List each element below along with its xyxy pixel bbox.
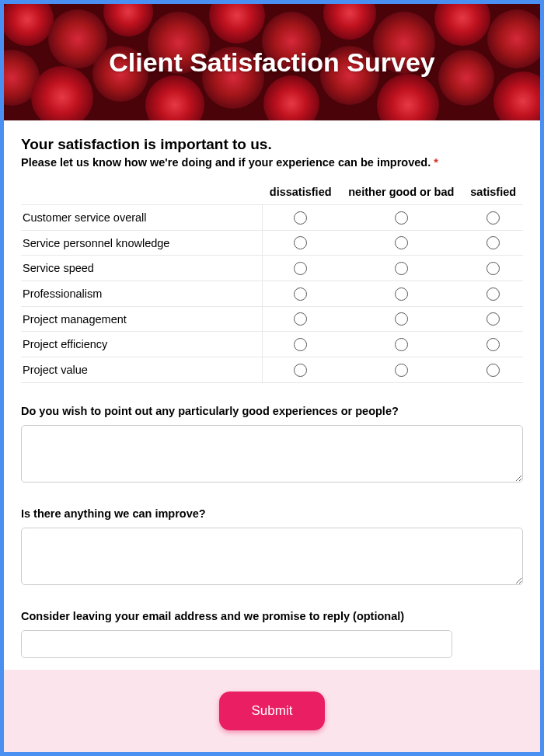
question-improve-label: Is there anything we can improve?: [21, 507, 523, 520]
matrix-row: Customer service overall: [21, 205, 523, 231]
matrix-row: Project value: [21, 357, 523, 383]
radio-button[interactable]: [294, 364, 307, 377]
radio-button[interactable]: [294, 338, 307, 351]
radio-button[interactable]: [395, 287, 408, 301]
survey-title: Client Satisfaction Survey: [109, 47, 434, 78]
matrix-cell: [463, 281, 523, 307]
radio-button[interactable]: [395, 262, 408, 275]
matrix-row-label: Project management: [21, 306, 262, 332]
matrix-cell: [262, 256, 339, 281]
question-improve: Is there anything we can improve?: [21, 507, 523, 588]
svg-point-19: [438, 50, 494, 106]
submit-button[interactable]: Submit: [219, 692, 326, 730]
matrix-cell: [262, 230, 339, 256]
radio-button[interactable]: [294, 236, 307, 249]
radio-button[interactable]: [486, 312, 500, 326]
matrix-row-label: Project value: [21, 357, 262, 383]
radio-button[interactable]: [486, 211, 500, 225]
radio-button[interactable]: [395, 236, 408, 249]
radio-button[interactable]: [486, 236, 500, 249]
matrix-cell: [463, 332, 523, 357]
matrix-cell: [262, 281, 339, 307]
matrix-row: Service speed: [21, 256, 523, 281]
matrix-cell: [463, 230, 523, 256]
radio-button[interactable]: [294, 287, 307, 301]
radio-button[interactable]: [294, 262, 307, 275]
matrix-row: Project efficiency: [21, 332, 523, 357]
matrix-row-label: Customer service overall: [21, 205, 262, 231]
matrix-cell: [339, 281, 463, 307]
radio-button[interactable]: [486, 262, 500, 275]
matrix-cell: [262, 205, 339, 231]
radio-button[interactable]: [486, 338, 500, 351]
matrix-row-label: Service speed: [21, 256, 262, 281]
matrix-cell: [463, 306, 523, 332]
radio-button[interactable]: [486, 287, 500, 301]
question-email: Consider leaving your email address and …: [21, 610, 523, 658]
radio-button[interactable]: [486, 364, 500, 377]
matrix-cell: [463, 205, 523, 231]
email-input[interactable]: [21, 630, 452, 658]
matrix-corner: [21, 179, 262, 205]
radio-button[interactable]: [294, 211, 307, 225]
matrix-cell: [339, 357, 463, 383]
matrix-col-satisfied: satisfied: [463, 179, 523, 205]
question-good-experiences: Do you wish to point out any particularl…: [21, 405, 523, 486]
matrix-cell: [339, 256, 463, 281]
rating-matrix: dissatisfied neither good or bad satisfi…: [21, 179, 523, 383]
good-experiences-textarea[interactable]: [21, 425, 523, 483]
survey-header: Client Satisfaction Survey: [4, 4, 540, 120]
matrix-col-neither: neither good or bad: [339, 179, 463, 205]
intro-heading: Your satisfaction is important to us.: [21, 136, 523, 153]
matrix-cell: [463, 357, 523, 383]
radio-button[interactable]: [395, 364, 408, 377]
matrix-cell: [463, 256, 523, 281]
matrix-cell: [262, 357, 339, 383]
matrix-row: Project management: [21, 306, 523, 332]
matrix-row-label: Professionalism: [21, 281, 262, 307]
survey-content: Your satisfaction is important to us. Pl…: [4, 120, 540, 670]
radio-button[interactable]: [395, 211, 408, 225]
improve-textarea[interactable]: [21, 528, 523, 585]
survey-footer: Submit: [4, 670, 540, 752]
matrix-cell: [339, 306, 463, 332]
question-good-label: Do you wish to point out any particularl…: [21, 405, 523, 417]
required-marker: *: [434, 156, 438, 169]
matrix-row: Professionalism: [21, 281, 523, 307]
matrix-cell: [339, 205, 463, 231]
matrix-cell: [339, 230, 463, 256]
radio-button[interactable]: [395, 338, 408, 351]
matrix-col-dissatisfied: dissatisfied: [262, 179, 339, 205]
matrix-cell: [262, 332, 339, 357]
matrix-row: Service personnel knowledge: [21, 230, 523, 256]
matrix-row-label: Service personnel knowledge: [21, 230, 262, 256]
radio-button[interactable]: [395, 312, 408, 326]
matrix-row-label: Project efficiency: [21, 332, 262, 357]
radio-button[interactable]: [294, 312, 307, 326]
matrix-cell: [339, 332, 463, 357]
intro-subheading: Please let us know how we're doing and i…: [21, 156, 523, 169]
matrix-cell: [262, 306, 339, 332]
intro-subheading-text: Please let us know how we're doing and i…: [21, 156, 431, 169]
survey-frame: Client Satisfaction Survey Your satisfac…: [0, 0, 544, 756]
question-email-label: Consider leaving your email address and …: [21, 610, 523, 622]
